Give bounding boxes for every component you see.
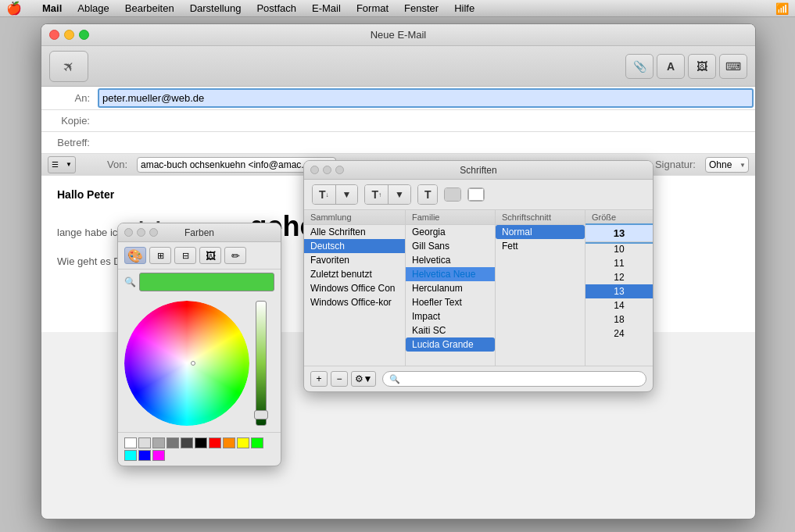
farben-search-icon: 🔍 — [124, 277, 136, 287]
groesse-10[interactable]: 10 — [586, 242, 653, 256]
signatur-select-wrapper[interactable]: Ohne — [702, 157, 749, 173]
sammlung-win-con[interactable]: Windows Office Con — [304, 281, 405, 295]
signatur-select[interactable]: Ohne — [705, 157, 749, 173]
menubar-bearbeiten[interactable]: Bearbeiten — [117, 1, 182, 16]
schriften-add-btn[interactable]: + — [310, 371, 328, 387]
swatch-yellow[interactable] — [237, 437, 249, 448]
familie-impact[interactable]: Impact — [406, 309, 495, 323]
swatch-blue[interactable] — [138, 450, 151, 461]
farben-wheel-overlay — [124, 301, 249, 426]
groesse-14[interactable]: 14 — [586, 298, 653, 312]
schnitt-fett[interactable]: Fett — [496, 239, 585, 253]
familie-lucida[interactable]: Lucida Grande — [406, 337, 495, 352]
groesse-24[interactable]: 24 — [586, 327, 653, 341]
familie-helvetica-neue[interactable]: Helvetica Neue — [406, 267, 495, 281]
schriften-minimize[interactable] — [323, 166, 331, 174]
schriften-font-decrease-btn[interactable]: T↓ — [313, 185, 336, 204]
farben-spectrum-tool[interactable]: ⊟ — [174, 247, 196, 264]
title-bar: Neue E-Mail — [41, 24, 755, 46]
familie-kaiti[interactable]: Kaiti SC — [406, 323, 495, 337]
schriften-rect2-btn[interactable] — [468, 188, 484, 201]
maximize-button[interactable] — [79, 30, 89, 40]
farben-wheel-dot — [191, 361, 195, 366]
attachment-button[interactable]: 📎 — [625, 54, 654, 79]
sammlung-deutsch[interactable]: Deutsch — [304, 239, 405, 253]
an-label: An: — [41, 92, 96, 104]
swatch-green[interactable] — [251, 437, 263, 448]
swatch-red[interactable] — [209, 437, 221, 448]
farben-pencil-tool[interactable]: ✏ — [224, 247, 246, 264]
apple-menu[interactable]: 🍎 — [6, 1, 22, 16]
kopie-input[interactable] — [96, 112, 755, 130]
schriften-close[interactable] — [310, 166, 319, 174]
schriften-schnitt-col: Schriftschnitt Normal Fett — [496, 210, 586, 366]
keyboard-button[interactable]: ⌨ — [719, 54, 747, 79]
schriften-text-btn[interactable]: T — [418, 185, 438, 204]
familie-gill[interactable]: Gill Sans — [406, 239, 495, 253]
schriften-familie-header: Familie — [406, 210, 495, 225]
sammlung-alle[interactable]: Alle Schriften — [304, 225, 405, 239]
schnitt-normal[interactable]: Normal — [496, 225, 585, 239]
farben-crayon-tool[interactable]: ⊞ — [149, 247, 171, 264]
familie-hoefler[interactable]: Hoefler Text — [406, 295, 495, 309]
sammlung-zuletzt[interactable]: Zuletzt benutzt — [304, 267, 405, 281]
schriften-maximize[interactable] — [335, 166, 344, 174]
schriften-search-input[interactable] — [403, 373, 639, 384]
farben-maximize[interactable] — [149, 228, 158, 237]
familie-georgia[interactable]: Georgia — [406, 225, 495, 239]
schriften-rect1-btn[interactable] — [445, 188, 460, 201]
send-button[interactable]: ✈ — [49, 51, 88, 82]
farben-toolbar: 🎨 ⊞ ⊟ 🖼 ✏ — [118, 242, 281, 270]
wifi-icon: 📶 — [775, 2, 789, 15]
format-toggle-button[interactable]: ☰ ▼ — [48, 156, 76, 173]
familie-helvetica[interactable]: Helvetica — [406, 253, 495, 267]
farben-slider-thumb[interactable] — [254, 410, 268, 420]
farben-minimize[interactable] — [137, 228, 145, 237]
menubar-darstellung[interactable]: Darstellung — [182, 1, 249, 16]
an-input[interactable] — [98, 88, 754, 108]
schriften-font-increase-dropdown-btn[interactable]: ▼ — [389, 185, 410, 204]
groesse-12[interactable]: 12 — [586, 270, 653, 284]
swatch-magenta[interactable] — [152, 450, 165, 461]
groesse-18[interactable]: 18 — [586, 312, 653, 327]
sammlung-win-kor[interactable]: Windows Office-kor — [304, 295, 405, 309]
schriften-remove-btn[interactable]: − — [331, 371, 348, 387]
betreff-input[interactable] — [96, 134, 755, 152]
swatch-cyan[interactable] — [124, 450, 137, 461]
groesse-11[interactable]: 11 — [586, 256, 653, 270]
farben-color-wheel-tool[interactable]: 🎨 — [124, 247, 146, 264]
schriften-settings-btn[interactable]: ⚙▼ — [351, 371, 376, 387]
menubar-fenster[interactable]: Fenster — [396, 1, 446, 16]
font-button[interactable]: A — [657, 54, 685, 79]
swatch-white[interactable] — [124, 437, 137, 448]
farben-close[interactable] — [124, 228, 133, 237]
close-button[interactable] — [49, 30, 59, 40]
swatch-gray[interactable] — [152, 437, 165, 448]
menubar-format[interactable]: Format — [349, 1, 396, 16]
menubar-postfach[interactable]: Postfach — [249, 1, 304, 16]
photo-button[interactable]: 🖼 — [688, 54, 716, 79]
minimize-button[interactable] — [64, 30, 74, 40]
menubar-hilfe[interactable]: Hilfe — [446, 1, 482, 16]
schriften-font-increase-btn[interactable]: T↑ — [365, 185, 389, 204]
swatch-black[interactable] — [195, 437, 207, 448]
groesse-input[interactable] — [586, 225, 653, 242]
farben-image-tool[interactable]: 🖼 — [199, 247, 221, 264]
groesse-13[interactable]: 13 — [586, 284, 653, 298]
kopie-label: Kopie: — [41, 115, 96, 127]
menubar-mail[interactable]: Mail — [34, 1, 70, 16]
farben-color-wheel[interactable] — [124, 301, 249, 426]
swatch-darkgray[interactable] — [167, 437, 179, 448]
menubar-email[interactable]: E-Mail — [304, 1, 349, 16]
sammlung-favoriten[interactable]: Favoriten — [304, 253, 405, 267]
swatch-lightgray[interactable] — [138, 437, 151, 448]
familie-herculanum[interactable]: Herculanum — [406, 281, 495, 295]
swatch-orange[interactable] — [223, 437, 235, 448]
menubar-ablage[interactable]: Ablage — [70, 1, 116, 16]
attachment-icon: 📎 — [633, 60, 646, 73]
swatch-verydarkgray[interactable] — [181, 437, 193, 448]
schriften-font-dropdown-btn[interactable]: ▼ — [336, 185, 358, 204]
farben-slider-track — [256, 301, 267, 426]
schriften-search-box: 🔍 — [382, 371, 646, 387]
farben-brightness-slider[interactable] — [254, 301, 268, 426]
